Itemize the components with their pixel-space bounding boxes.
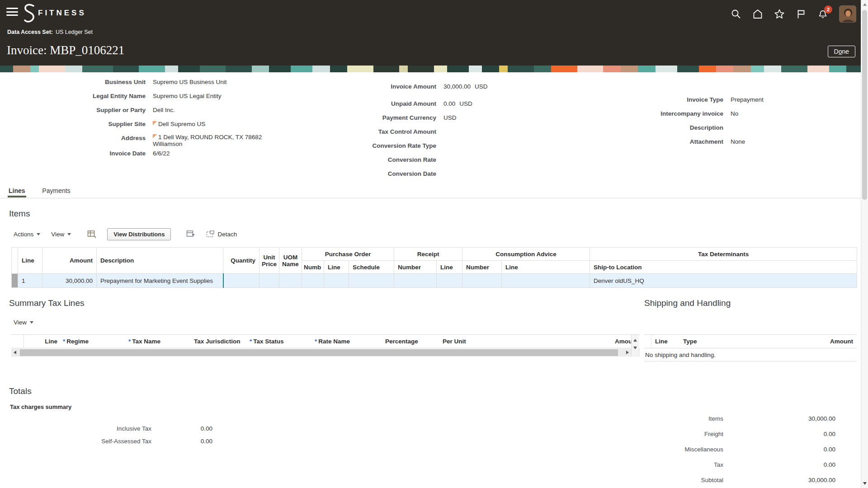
field-row: Intercompany invoice No [579,109,764,118]
tax-view-menu-button[interactable]: View [14,319,33,326]
total-label: Miscellaneous [579,446,723,453]
favorites-star-icon[interactable] [774,9,785,19]
top-app-bar: FITNESS 2 [0,0,868,66]
field-row: Address 1 Dell Way, ROUND ROCK, TX 78682… [55,134,262,147]
home-icon[interactable] [752,9,763,19]
field-label: Intercompany invoice [579,109,723,118]
column-header-po-number: Numb [302,261,324,274]
column-header-rate-name: *Rate Name [312,338,382,345]
required-marker: * [128,338,131,345]
cell-amount: 30,000.00 [42,274,97,288]
scroll-right-arrow-icon[interactable] [626,351,629,354]
total-row: Tax 0.00 [579,461,835,468]
group-header-receipt: Receipt [394,248,462,261]
totals-heading: Totals [9,386,32,396]
flag-watchlist-icon[interactable] [796,9,807,19]
tax-table-header: Line *Regime *Tax Name Tax Jurisdiction … [11,334,640,348]
view-distributions-button[interactable]: View Distributions [107,228,171,240]
detach-icon [206,230,214,238]
total-row: Subtotal 30,000.00 [579,477,835,483]
total-value: 0.00 [151,425,212,432]
field-value: No [731,109,738,118]
notifications-bell-icon[interactable]: 2 [817,9,828,19]
row-selector-cell[interactable] [12,274,18,288]
tax-table-vertical-scrollbar[interactable] [631,335,639,356]
freeze-columns-icon[interactable] [87,230,96,238]
page-title: Invoice: MBP_0106221 [7,43,124,57]
search-icon[interactable] [731,9,741,19]
total-label: Tax [579,461,723,468]
contextual-info-marker-icon[interactable] [153,121,157,125]
field-label: Legal Entity Name [55,92,146,101]
total-row: Freight 0.00 [579,431,835,437]
items-toolbar: Actions View View Distributions Detach [14,227,237,241]
view-menu-button[interactable]: View [51,231,71,238]
row-selector-column-header [11,335,24,348]
cell-line: 1 [18,274,42,288]
cell-receipt-line [437,274,462,288]
total-value: 0.00 [151,438,212,445]
chevron-down-icon [67,233,71,235]
field-value: 6/6/22 [153,149,170,158]
cell-po-number [302,274,324,288]
total-label: Items [579,415,723,422]
field-value: USD [443,113,457,122]
scroll-down-arrow-icon[interactable] [633,347,637,349]
scroll-left-arrow-icon[interactable] [14,351,16,354]
invoice-fields-left: Business Unit Supremo US Business Unit L… [55,78,262,163]
total-value: 0.00 [723,461,835,468]
field-label: Invoice Type [579,95,723,104]
decorative-banner-stripe [0,66,868,72]
column-header-receipt-number: Number [394,261,437,274]
hamburger-menu-icon[interactable] [6,8,18,17]
total-row: Inclusive Tax 0.00 [0,425,212,432]
tab-lines[interactable]: Lines [8,184,26,197]
actions-menu-button[interactable]: Actions [14,231,40,238]
column-header-description: Description [97,248,223,274]
contextual-info-marker-icon[interactable] [153,134,157,138]
total-label: Subtotal [579,477,723,483]
total-label: Self-Assessed Tax [0,438,151,445]
total-row: Self-Assessed Tax 0.00 [0,438,212,445]
invoice-fields-right: Invoice Type Prepayment Intercompany inv… [579,95,764,151]
scrollbar-thumb[interactable] [20,349,618,356]
scroll-up-arrow-icon[interactable] [863,3,867,6]
tab-payments[interactable]: Payments [41,184,71,197]
field-label: Business Unit [55,78,146,87]
required-marker: * [250,338,252,345]
done-button[interactable]: Done [828,46,856,57]
query-by-example-icon[interactable] [186,230,195,238]
tax-charges-summary-label: Tax charges summary [10,404,71,410]
column-header-type: Type [679,338,826,345]
field-row: Legal Entity Name Supremo US Legal Entit… [55,92,262,101]
field-value: None [731,137,745,146]
total-label: Inclusive Tax [0,425,151,432]
detach-button[interactable]: Detach [206,230,237,238]
field-row: Description [579,123,764,132]
cell-ca-number [462,274,502,288]
total-row: Items 30,000.00 [579,415,835,422]
field-label: Supplier or Party [55,106,146,115]
vertical-scrollbar[interactable] [861,0,868,488]
field-label: Description [579,123,723,132]
items-table: Line Amount Description Quantity Unit Pr… [11,247,857,288]
field-row: Tax Control Amount [301,127,488,136]
scroll-down-arrow-icon[interactable] [863,482,867,485]
totals-right-column: Items 30,000.00 Freight 0.00 Miscellaneo… [579,415,835,488]
column-header-amount: Amount [826,338,857,345]
row-selector-column-header [12,248,18,274]
user-avatar[interactable] [839,5,856,23]
field-value: 30,000.00USD [443,82,488,91]
chevron-down-icon [30,321,33,324]
tax-table-horizontal-scrollbar[interactable] [11,349,640,357]
field-row: Payment Currency USD [301,113,488,122]
field-label: Supplier Site [55,120,146,129]
column-header-line: Line [18,248,42,274]
cell-receipt-number [394,274,437,288]
brand-logo-icon[interactable] [23,3,36,24]
scroll-up-arrow-icon[interactable] [633,339,637,342]
items-table-row[interactable]: 1 30,000.00 Prepayment for Marketing Eve… [12,274,857,288]
cell-quantity [223,274,259,288]
totals-left-column: Inclusive Tax 0.00 Self-Assessed Tax 0.0… [0,425,212,450]
scrollbar-thumb[interactable] [862,10,867,200]
